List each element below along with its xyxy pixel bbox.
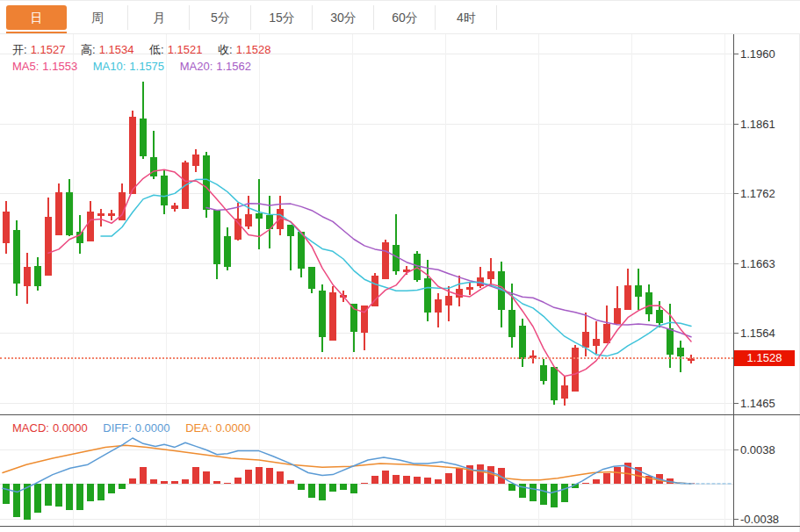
dea-value: 0.0000: [216, 421, 251, 435]
price-tick-label-dash: [734, 193, 739, 194]
tab-15分[interactable]: 15分: [252, 5, 313, 30]
price-tick-label: 1.1960: [740, 47, 775, 61]
active-tab-underline: [6, 32, 67, 33]
tab-日[interactable]: 日: [6, 5, 67, 30]
price-tick-label: 1.1762: [740, 187, 775, 200]
last-price-line: [0, 357, 733, 359]
tab-5分[interactable]: 5分: [191, 5, 251, 30]
macd-tick-label-dash: [734, 519, 739, 520]
macd-tick-label-dash: [734, 449, 739, 450]
tab-4时[interactable]: 4时: [436, 5, 497, 30]
price-tick-label-dash: [734, 124, 739, 125]
tab-60分[interactable]: 60分: [375, 5, 436, 30]
price-axis-line: [733, 34, 734, 526]
price-tick-label: 1.1861: [740, 118, 775, 131]
price-tick-label: 1.1663: [740, 257, 775, 270]
macd-tick-label: -0.0038: [740, 513, 779, 526]
ma5-value: 1.1553: [42, 60, 77, 73]
period-tabbar: 日周月5分15分30分60分4时: [0, 1, 800, 34]
ma-legend: MA5:1.1553 MA10:1.1575 MA20:1.1562: [12, 60, 255, 73]
tab-周[interactable]: 周: [68, 5, 128, 30]
bottom-axis-line: [0, 526, 800, 527]
axis-layer: 1.19601.18611.17621.16631.15641.14650.00…: [0, 1, 800, 532]
price-tick-label-dash: [734, 333, 739, 334]
ma20-label: MA20:: [180, 60, 213, 73]
price-tick-label-dash: [734, 54, 739, 54]
high-label: 高:: [81, 43, 96, 56]
diff-label: DIFF:: [103, 421, 132, 435]
macd-tick-label: 0.0038: [740, 443, 775, 457]
ma5-label: MA5:: [12, 60, 39, 73]
open-label: 开:: [12, 43, 27, 56]
macd-legend: MACD:0.0000 DIFF:0.0000 DEA:0.0000: [12, 421, 254, 435]
panel-separator: [0, 414, 800, 415]
open-value: 1.1527: [31, 43, 66, 56]
high-value: 1.1534: [99, 43, 134, 56]
price-tick-label: 1.1465: [740, 397, 775, 410]
close-label: 收:: [218, 43, 233, 56]
macd-label: MACD:: [12, 421, 49, 435]
ohlc-legend: 开:1.1527 高:1.1534 低:1.1521 收:1.1528: [12, 42, 274, 58]
kline-chart-app: 日周月5分15分30分60分4时 1.19601.18611.17621.166…: [0, 0, 800, 532]
low-label: 低:: [149, 43, 164, 56]
ma20-value: 1.1562: [216, 60, 251, 73]
diff-value: 0.0000: [135, 421, 170, 435]
price-tick-label-dash: [734, 263, 739, 264]
tab-月[interactable]: 月: [129, 5, 190, 30]
ma10-value: 1.1575: [129, 60, 164, 73]
low-value: 1.1521: [168, 43, 203, 56]
last-price-label: 1.1528: [734, 350, 795, 366]
price-tick-label: 1.1564: [740, 327, 775, 340]
price-tick-label-dash: [734, 403, 739, 404]
close-value: 1.1528: [236, 43, 271, 56]
ma10-label: MA10:: [93, 60, 126, 73]
macd-value: 0.0000: [53, 421, 88, 435]
tab-30分[interactable]: 30分: [314, 5, 374, 30]
dea-label: DEA:: [185, 421, 212, 435]
